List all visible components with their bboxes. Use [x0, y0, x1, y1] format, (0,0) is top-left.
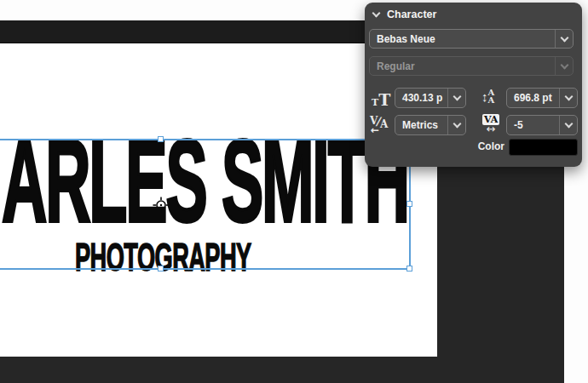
chevron-down-icon: [560, 60, 568, 69]
tracking-input[interactable]: -5: [506, 115, 578, 135]
selection-box-top-edge: [0, 139, 410, 140]
tutorial-page: ARLES SMITH PHOTOGRAPHY Character Bebas …: [0, 0, 588, 383]
leading-input[interactable]: 696.8 pt: [506, 88, 578, 108]
leading-value: 696.8 pt: [507, 92, 559, 104]
chevron-down-icon: [564, 120, 573, 129]
selection-handle-right-middle[interactable]: [406, 201, 412, 207]
panel-title: Character: [387, 9, 436, 20]
selection-box-bottom-edge: [0, 268, 410, 270]
tracking-icon: VA ↔: [482, 114, 499, 134]
character-panel-header[interactable]: Character: [373, 9, 436, 20]
selection-handle-bottom-right[interactable]: [406, 266, 412, 272]
tracking-value: -5: [507, 119, 559, 131]
leading-icon: ↕ A A: [481, 89, 494, 104]
font-size-dropdown-button[interactable]: [447, 89, 465, 107]
selection-handle-top-center[interactable]: [158, 136, 164, 142]
font-family-value: Bebas Neue: [370, 33, 555, 45]
kerning-dropdown-button[interactable]: [447, 116, 465, 134]
color-label: Color: [478, 140, 504, 152]
font-size-value: 430.13 p: [395, 92, 447, 104]
reference-point-target-icon[interactable]: [153, 197, 170, 214]
font-size-input[interactable]: 430.13 p: [395, 88, 466, 108]
chevron-down-icon: [453, 93, 461, 101]
kerning-select[interactable]: Metrics: [395, 115, 466, 135]
kerning-icon: V / A ←: [370, 116, 392, 136]
kerning-value: Metrics: [395, 119, 447, 131]
font-style-value: Regular: [370, 60, 555, 72]
tracking-dropdown-button[interactable]: [559, 116, 577, 134]
chevron-down-icon: [564, 93, 573, 101]
chevron-down-icon: [560, 33, 568, 42]
chevron-down-icon: [453, 120, 461, 129]
selection-handle-bottom-center[interactable]: [158, 266, 164, 272]
text-color-swatch[interactable]: [509, 139, 578, 156]
font-family-select[interactable]: Bebas Neue: [369, 29, 574, 49]
font-style-dropdown-button: [555, 57, 573, 75]
character-panel: Character Bebas Neue Regular TT 430.13 p: [365, 3, 582, 167]
font-family-dropdown-button[interactable]: [555, 30, 573, 48]
font-style-select: Regular: [369, 56, 574, 76]
collapse-chevron-icon[interactable]: [372, 9, 381, 18]
leading-dropdown-button[interactable]: [559, 89, 577, 107]
font-size-icon: TT: [372, 90, 390, 109]
